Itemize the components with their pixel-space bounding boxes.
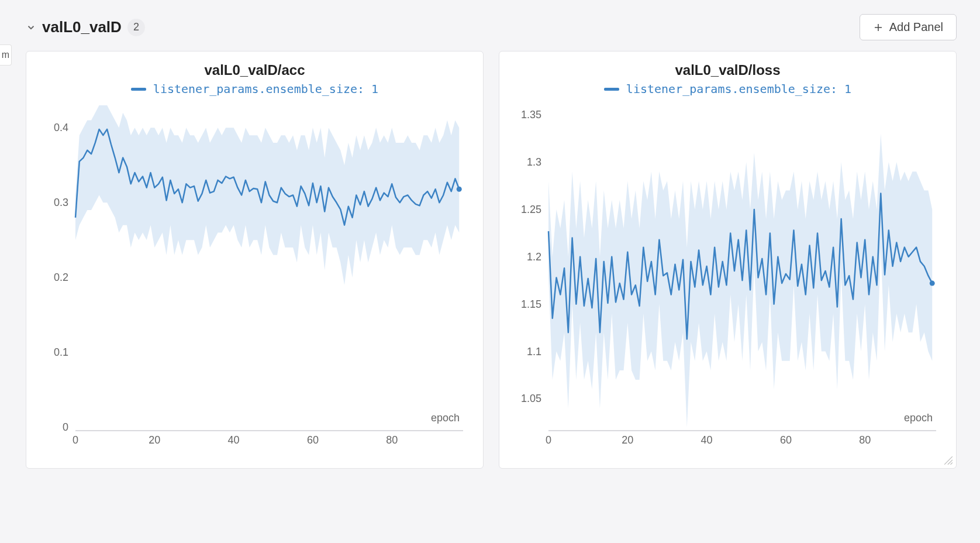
plot-area-loss[interactable]: 1.051.11.151.21.251.31.35020406080epoch (508, 99, 948, 462)
svg-text:1.3: 1.3 (527, 156, 541, 168)
section-title: valL0_valD (42, 18, 122, 36)
chevron-down-icon (26, 22, 36, 33)
svg-text:40: 40 (228, 434, 240, 446)
svg-text:0.4: 0.4 (54, 122, 68, 133)
chart-title: valL0_valD/acc (34, 62, 475, 78)
plus-icon (873, 22, 884, 33)
svg-text:20: 20 (622, 434, 633, 446)
svg-text:1.35: 1.35 (521, 109, 541, 121)
chart-title: valL0_valD/loss (508, 62, 948, 78)
line-chart-acc: 00.10.20.30.4020406080epoch (34, 99, 475, 462)
section-count-badge: 2 (127, 19, 145, 36)
chart-legend[interactable]: listener_params.ensemble_size: 1 (34, 82, 475, 96)
svg-text:20: 20 (149, 434, 160, 446)
svg-text:epoch: epoch (904, 412, 933, 424)
legend-label: listener_params.ensemble_size: 1 (626, 82, 851, 96)
svg-text:80: 80 (386, 434, 398, 446)
chart-legend[interactable]: listener_params.ensemble_size: 1 (508, 82, 948, 96)
svg-text:0.1: 0.1 (54, 346, 68, 358)
svg-text:60: 60 (307, 434, 319, 446)
panel-acc[interactable]: valL0_valD/acc listener_params.ensemble_… (26, 51, 484, 469)
svg-text:1.2: 1.2 (527, 251, 541, 263)
svg-text:1.05: 1.05 (521, 393, 541, 404)
svg-text:0: 0 (73, 434, 78, 446)
legend-swatch (604, 88, 619, 91)
panels-row: valL0_valD/acc listener_params.ensemble_… (26, 51, 957, 469)
resize-handle-icon[interactable] (944, 456, 953, 465)
plot-area-acc[interactable]: 00.10.20.30.4020406080epoch (34, 99, 475, 462)
svg-text:40: 40 (701, 434, 713, 446)
line-chart-loss: 1.051.11.151.21.251.31.35020406080epoch (508, 99, 948, 462)
panel-loss[interactable]: valL0_valD/loss listener_params.ensemble… (499, 51, 957, 469)
svg-text:0: 0 (63, 421, 68, 433)
add-panel-label: Add Panel (889, 20, 943, 34)
svg-text:0.3: 0.3 (54, 197, 68, 208)
left-tab-letter: m (2, 50, 9, 60)
section-valL0-valD: valL0_valD 2 Add Panel valL0_valD/acc li… (0, 0, 980, 483)
svg-text:0: 0 (546, 434, 551, 446)
svg-text:1.1: 1.1 (527, 346, 541, 358)
svg-text:80: 80 (859, 434, 871, 446)
legend-swatch (131, 88, 146, 91)
svg-text:0.2: 0.2 (54, 272, 68, 283)
svg-text:epoch: epoch (431, 412, 460, 424)
svg-point-29 (930, 281, 935, 286)
section-title-wrap[interactable]: valL0_valD 2 (26, 18, 145, 36)
left-sidebar-tab[interactable]: m (0, 44, 12, 66)
svg-text:1.25: 1.25 (521, 204, 541, 215)
legend-label: listener_params.ensemble_size: 1 (153, 82, 378, 96)
svg-text:1.15: 1.15 (521, 298, 541, 310)
svg-text:60: 60 (780, 434, 792, 446)
section-header: valL0_valD 2 Add Panel (26, 14, 957, 40)
add-panel-button[interactable]: Add Panel (860, 14, 957, 40)
svg-point-14 (457, 187, 462, 192)
